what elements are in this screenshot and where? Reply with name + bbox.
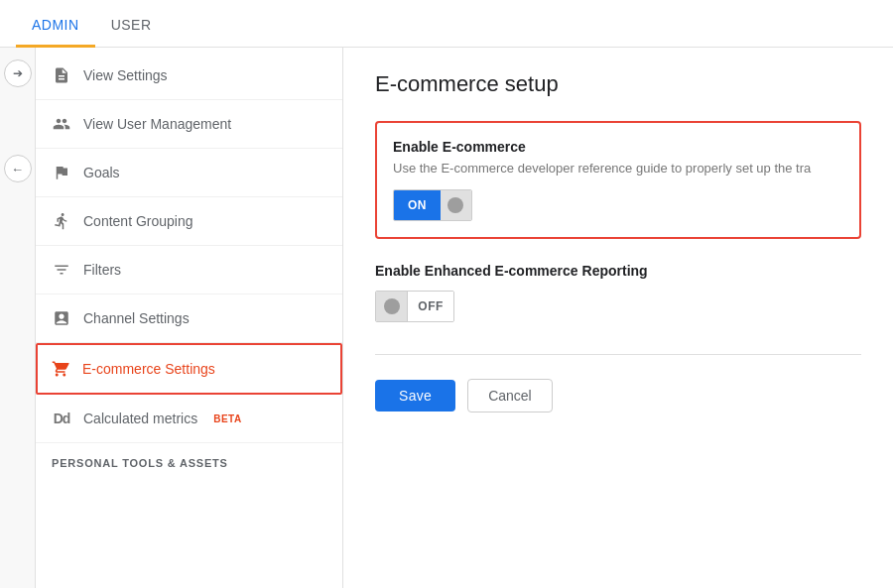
enable-ecommerce-box: Enable E-commerce Use the E-commerce dev… <box>375 121 861 239</box>
section-divider <box>375 354 861 355</box>
enable-ecommerce-toggle[interactable]: ON <box>393 189 472 221</box>
tab-user[interactable]: USER <box>95 5 168 48</box>
sidebar-item-label-channel-settings: Channel Settings <box>83 310 190 326</box>
sidebar-item-label-view-user-management: View User Management <box>83 116 231 132</box>
sidebar-item-channel-settings[interactable]: Channel Settings <box>36 294 342 343</box>
dd-icon: Dd <box>52 409 71 428</box>
toggle-circle <box>447 197 463 213</box>
sidebar-item-label-calculated-metrics: Calculated metrics <box>83 411 197 426</box>
channel-icon <box>52 308 71 328</box>
sidebar-item-calculated-metrics[interactable]: Dd Calculated metrics BETA <box>36 395 342 443</box>
sidebar-section-title: PERSONAL TOOLS & ASSETS <box>36 443 342 475</box>
enhanced-ecommerce-section: Enable Enhanced E-commerce Reporting OFF <box>375 263 861 322</box>
person-run-icon <box>52 211 71 231</box>
content-area: E-commerce setup Enable E-commerce Use t… <box>343 48 893 588</box>
funnel-icon <box>52 260 71 280</box>
enable-ecommerce-toggle-container: ON <box>393 189 843 221</box>
toggle-off-part <box>441 190 471 220</box>
cancel-button[interactable]: Cancel <box>467 379 553 412</box>
sidebar-item-goals[interactable]: Goals <box>36 149 342 197</box>
top-nav: ADMIN USER <box>0 0 893 48</box>
enhanced-ecommerce-toggle[interactable]: OFF <box>375 291 454 322</box>
sidebar-item-label-content-grouping: Content Grouping <box>83 213 193 229</box>
save-button[interactable]: Save <box>375 380 455 412</box>
enhanced-ecommerce-title: Enable Enhanced E-commerce Reporting <box>375 263 861 279</box>
sidebar-item-label-goals: Goals <box>83 165 120 180</box>
action-buttons: Save Cancel <box>375 379 861 412</box>
main-layout: ➔ ← View Settings View User Management <box>0 48 893 588</box>
sidebar-item-ecommerce-settings[interactable]: E-commerce Settings <box>36 343 342 395</box>
sidebar-item-content-grouping[interactable]: Content Grouping <box>36 197 342 246</box>
sidebar-item-label-view-settings: View Settings <box>83 67 168 83</box>
sidebar-item-view-settings[interactable]: View Settings <box>36 52 342 100</box>
tab-admin[interactable]: ADMIN <box>16 5 95 48</box>
enhanced-toggle-off-label: OFF <box>407 292 453 321</box>
beta-badge: BETA <box>213 413 241 424</box>
sidebar-item-label-filters: Filters <box>83 262 121 278</box>
users-icon <box>52 114 71 134</box>
sidebar-item-filters[interactable]: Filters <box>36 246 342 294</box>
page-title: E-commerce setup <box>375 71 861 97</box>
cart-icon <box>51 359 70 379</box>
sidebar-item-view-user-management[interactable]: View User Management <box>36 100 342 149</box>
forward-arrow-button[interactable]: ➔ <box>4 59 32 87</box>
flag-icon <box>52 163 71 182</box>
toggle-on-label: ON <box>394 190 441 220</box>
enable-ecommerce-description: Use the E-commerce developer reference g… <box>393 161 843 176</box>
document-icon <box>52 65 71 85</box>
enhanced-toggle-off-circle-area <box>376 292 407 321</box>
back-arrow-button[interactable]: ← <box>4 155 32 182</box>
arrow-panel: ➔ ← <box>0 48 36 588</box>
enhanced-toggle-circle <box>384 298 400 314</box>
sidebar-item-label-ecommerce-settings: E-commerce Settings <box>82 361 215 377</box>
enable-ecommerce-title: Enable E-commerce <box>393 139 843 155</box>
sidebar: View Settings View User Management Goals <box>36 48 343 588</box>
